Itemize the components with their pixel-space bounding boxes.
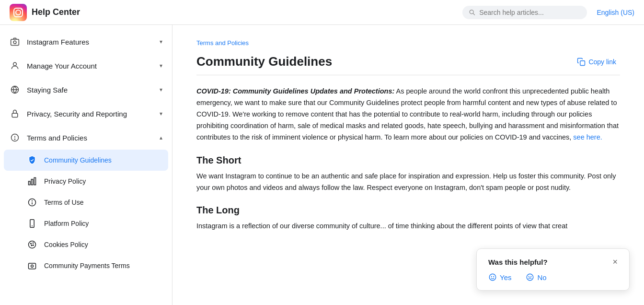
site-title: Help Center <box>32 7 80 17</box>
bar-chart-icon <box>27 176 37 187</box>
search-icon <box>469 9 475 16</box>
sidebar-item-terms-policies[interactable]: Terms and Policies ▴ <box>0 126 172 150</box>
yes-label: Yes <box>500 273 511 282</box>
cookie-icon <box>27 239 37 250</box>
page-title: Community Guidelines <box>196 54 332 69</box>
helpful-popup-header: Was this helpful? × <box>488 258 618 266</box>
sidebar: Instagram Features ▾ Manage Your Account… <box>0 25 172 305</box>
svg-line-5 <box>473 13 475 14</box>
info-circle-icon <box>27 197 37 208</box>
svg-point-3 <box>21 9 22 10</box>
svg-point-25 <box>33 243 33 243</box>
svg-rect-21 <box>30 220 34 228</box>
sidebar-item-privacy-security[interactable]: Privacy, Security and Reporting ▾ <box>0 102 172 126</box>
breadcrumb[interactable]: Terms and Policies <box>196 39 620 47</box>
no-label: No <box>537 273 546 282</box>
svg-rect-17 <box>34 178 35 185</box>
header-left: Help Center <box>10 4 80 21</box>
sidebar-sub-label-community-payments: Community Payments Terms <box>44 262 130 270</box>
svg-rect-15 <box>29 181 30 185</box>
covid-body-text: As people around the world confront this… <box>196 87 619 141</box>
shield-check-icon <box>27 155 37 165</box>
sidebar-label-terms-policies: Terms and Policies <box>27 134 87 142</box>
svg-point-27 <box>33 245 34 246</box>
svg-point-26 <box>31 245 32 246</box>
camera-icon <box>10 36 20 47</box>
alert-circle-icon <box>10 132 20 143</box>
svg-point-24 <box>31 243 32 244</box>
search-input[interactable] <box>479 9 580 16</box>
sidebar-sub-item-platform-policy[interactable]: Platform Policy <box>0 213 172 234</box>
sidebar-sub-label-terms-of-use: Terms of Use <box>44 199 83 206</box>
covid-section: COVID-19: Community Guidelines Updates a… <box>196 86 620 143</box>
payment-icon <box>27 260 37 271</box>
sidebar-label-privacy-security: Privacy, Security and Reporting <box>27 110 127 118</box>
sidebar-item-manage-account[interactable]: Manage Your Account ▾ <box>0 54 172 78</box>
sidebar-sub-item-privacy-policy[interactable]: Privacy Policy <box>0 171 172 192</box>
sidebar-sub-label-cookies-policy: Cookies Policy <box>44 241 88 248</box>
svg-point-8 <box>13 62 17 66</box>
header: Help Center English (US) <box>0 0 644 25</box>
section-body-long: Instagram is a reflection of our diverse… <box>196 221 620 232</box>
smiley-icon <box>488 273 497 282</box>
svg-rect-28 <box>29 263 36 269</box>
helpful-popup: Was this helpful? × Yes No <box>476 248 630 291</box>
section-body-short: We want Instagram to continue to be an a… <box>196 171 620 194</box>
svg-rect-16 <box>31 179 33 185</box>
helpful-close-button[interactable]: × <box>612 258 618 266</box>
chevron-down-icon: ▾ <box>160 86 162 93</box>
sidebar-item-instagram-features[interactable]: Instagram Features ▾ <box>0 30 172 54</box>
svg-point-7 <box>13 41 16 44</box>
helpful-no-button[interactable]: No <box>526 273 546 282</box>
svg-rect-11 <box>12 113 18 117</box>
svg-point-14 <box>14 139 15 140</box>
svg-point-35 <box>527 274 534 281</box>
covid-link[interactable]: see here. <box>573 133 602 141</box>
chevron-down-icon: ▾ <box>160 62 162 69</box>
frowny-icon <box>526 273 534 282</box>
svg-point-23 <box>29 241 36 248</box>
sidebar-sub-label-platform-policy: Platform Policy <box>44 220 89 227</box>
header-right: English (US) <box>462 6 634 19</box>
chevron-down-icon: ▾ <box>160 38 162 45</box>
copy-link-label: Copy link <box>588 58 616 66</box>
sidebar-sub-item-terms-of-use[interactable]: Terms of Use <box>0 192 172 213</box>
sidebar-sub-item-community-payments[interactable]: Community Payments Terms <box>0 255 172 276</box>
helpful-buttons: Yes No <box>488 273 618 282</box>
sidebar-label-manage-account: Manage Your Account <box>27 62 97 70</box>
section-title-long: The Long <box>196 205 620 216</box>
chevron-down-icon: ▾ <box>160 110 162 117</box>
sidebar-label-staying-safe: Staying Safe <box>27 86 68 94</box>
svg-point-32 <box>489 274 496 281</box>
language-selector[interactable]: English (US) <box>597 9 634 16</box>
section-title-short: The Short <box>196 155 620 166</box>
sidebar-sub-label-privacy-policy: Privacy Policy <box>44 177 86 185</box>
sidebar-sub-label-community-guidelines: Community Guidelines <box>44 156 112 164</box>
person-icon <box>10 60 20 71</box>
svg-point-29 <box>31 265 34 267</box>
page-title-row: Community Guidelines Copy link <box>196 54 620 69</box>
covid-bold-text: COVID-19: Community Guidelines Updates a… <box>196 87 394 95</box>
sidebar-sub-item-community-guidelines[interactable]: Community Guidelines <box>4 150 168 171</box>
instagram-logo-icon <box>10 4 27 21</box>
lock-icon <box>10 108 20 119</box>
phone-icon <box>27 218 37 229</box>
svg-rect-0 <box>10 4 27 21</box>
svg-rect-6 <box>11 39 19 46</box>
globe-icon <box>10 84 20 95</box>
helpful-yes-button[interactable]: Yes <box>488 273 511 282</box>
sidebar-item-staying-safe[interactable]: Staying Safe ▾ <box>0 78 172 102</box>
svg-rect-31 <box>580 60 585 65</box>
chevron-up-icon: ▴ <box>160 134 162 141</box>
sidebar-label-instagram-features: Instagram Features <box>27 38 89 46</box>
sidebar-sub-item-cookies-policy[interactable]: Cookies Policy <box>0 234 172 255</box>
helpful-title: Was this helpful? <box>488 258 548 266</box>
search-bar[interactable] <box>462 6 587 19</box>
divider <box>196 75 620 75</box>
copy-icon <box>577 58 586 66</box>
copy-link-button[interactable]: Copy link <box>573 56 620 68</box>
